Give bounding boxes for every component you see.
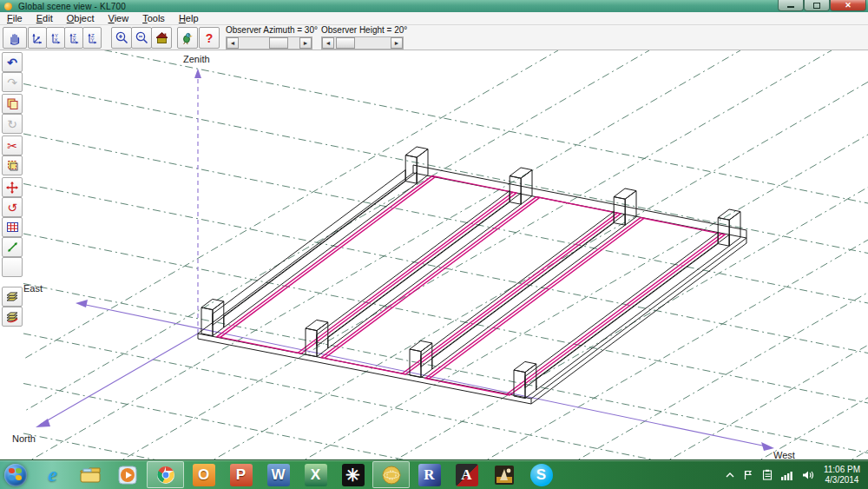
layers-button[interactable] [2, 287, 23, 307]
menu-edit[interactable]: Edit [30, 12, 60, 24]
paste-button[interactable]: ↻ [2, 114, 23, 134]
clock-time: 11:06 PM [824, 465, 860, 475]
undo-button[interactable]: ↶ [2, 52, 23, 72]
menu-tools[interactable]: Tools [135, 12, 172, 24]
grid-button[interactable] [2, 217, 23, 237]
cut-button[interactable]: ✂ [2, 135, 23, 155]
zoom-out-icon [135, 30, 149, 45]
azimuth-right-arrow[interactable]: ► [299, 37, 312, 49]
measure-button[interactable] [2, 237, 23, 257]
clipboard-icon [762, 469, 773, 480]
help-button[interactable]: ? [199, 27, 220, 49]
view-yz-button[interactable]: Z Y [82, 27, 102, 49]
layers-edit-button[interactable] [2, 307, 23, 327]
view-3d-button[interactable] [28, 27, 47, 49]
minimize-button[interactable] [778, 0, 804, 11]
taskbar: e [0, 459, 868, 489]
svg-text:X: X [55, 36, 58, 42]
rotate-button[interactable]: ↺ [2, 197, 23, 217]
menu-object[interactable]: Object [60, 12, 102, 24]
redo-icon: ↷ [7, 76, 17, 89]
axes-yz-icon: Z Y [85, 31, 99, 45]
move-button[interactable] [2, 177, 23, 197]
taskbar-icon-autocad[interactable]: A [448, 460, 485, 489]
windows-flag-yellow [16, 475, 22, 480]
azimuth-thumb[interactable] [269, 37, 288, 49]
hand-icon [7, 30, 23, 46]
menu-view[interactable]: View [102, 12, 136, 24]
taskbar-icon-internet-explorer[interactable]: e [34, 460, 71, 489]
taskbar-icon-star-app[interactable]: ✳ [334, 460, 372, 489]
height-thumb[interactable] [336, 37, 355, 49]
copy-icon [6, 97, 19, 110]
up-caret-icon [726, 472, 734, 479]
copy-button[interactable] [2, 94, 23, 114]
close-button[interactable]: ✕ [830, 0, 866, 11]
start-button[interactable] [4, 464, 27, 486]
observer-azimuth-group: Observer Azimuth = 30° ◄ ► [226, 25, 312, 50]
taskbar-icon-media-player[interactable] [108, 460, 146, 489]
pan-button[interactable] [3, 27, 27, 49]
azimuth-left-arrow[interactable]: ◄ [227, 37, 239, 49]
taskbar-icon-word[interactable]: W [260, 460, 297, 489]
taskbar-icon-outlook[interactable]: O [185, 460, 222, 489]
axes-xz-icon: Z X [67, 31, 81, 45]
move-icon [5, 181, 19, 195]
zoom-in-button[interactable] [111, 27, 132, 49]
help-icon: ? [206, 32, 214, 44]
menu-help[interactable]: Help [172, 12, 206, 24]
svg-text:X: X [73, 36, 76, 42]
taskbar-icon-gold-globe-app[interactable] [372, 461, 410, 488]
restore-button[interactable] [804, 0, 830, 11]
network-button[interactable] [781, 470, 793, 480]
signal-bars-icon [781, 470, 793, 480]
grid-icon [6, 221, 19, 234]
scene-canvas[interactable] [23, 50, 868, 461]
home-view-button[interactable] [151, 27, 172, 49]
height-left-arrow[interactable]: ◄ [322, 37, 334, 49]
scene-options-button[interactable] [177, 27, 198, 49]
scene-viewport[interactable]: Zenith East North West ↶ ↷ ↻ ✂ [0, 50, 868, 461]
taskbar-icon-revit[interactable]: R [411, 460, 448, 489]
taskbar-icon-chrome[interactable] [147, 461, 184, 488]
removable-device-button[interactable] [762, 469, 773, 480]
undo-icon: ↶ [7, 56, 17, 69]
cut-icon: ✂ [7, 140, 17, 152]
chrome-icon [155, 465, 176, 486]
azimuth-scrollbar[interactable]: ◄ ► [226, 36, 312, 50]
height-right-arrow[interactable]: ► [391, 37, 403, 49]
taskbar-icon-skype[interactable]: S [523, 460, 560, 489]
duplicate-button[interactable] [2, 155, 23, 175]
taskbar-icons: e [34, 460, 560, 489]
redo-button[interactable]: ↷ [2, 72, 23, 92]
home-icon [155, 30, 169, 45]
menu-bar: File Edit Object View Tools Help [0, 12, 868, 25]
taskbar-icon-excel[interactable]: X [297, 460, 334, 489]
taskbar-clock[interactable]: 11:06 PM 4/3/2014 [824, 465, 860, 486]
observer-azimuth-label: Observer Azimuth = 30° [226, 25, 312, 36]
volume-button[interactable] [802, 470, 814, 480]
view-xz-button[interactable]: Z X [64, 27, 83, 49]
svg-text:Y: Y [91, 36, 95, 42]
observer-height-group: Observer Height = 20° ◄ ► [321, 25, 404, 50]
system-tray: 11:06 PM 4/3/2014 [721, 460, 868, 489]
folder-icon [79, 466, 102, 485]
height-scrollbar[interactable]: ◄ ► [321, 36, 404, 50]
toolbar: Y X Z X Z Y [0, 25, 868, 50]
menu-file[interactable]: File [0, 12, 30, 24]
duplicate-icon [6, 159, 19, 172]
desktop-screen: Global scene view - KL700 ✕ File Edit Ob… [0, 0, 868, 489]
taskbar-icon-folder[interactable] [71, 460, 108, 489]
media-player-icon [117, 465, 138, 486]
blank-tool-button[interactable] [2, 257, 23, 277]
clock-date: 4/3/2014 [824, 475, 860, 486]
show-hidden-icons-button[interactable] [726, 472, 734, 479]
view-xy-button[interactable]: Y X [46, 27, 65, 49]
taskbar-icon-powerpoint[interactable]: P [222, 460, 260, 489]
action-center-button[interactable] [743, 470, 753, 480]
windows-flag-green [16, 468, 22, 473]
zoom-out-button[interactable] [131, 27, 152, 49]
layers-icon [5, 290, 20, 304]
taskbar-icon-render-app[interactable] [485, 460, 523, 489]
title-bar[interactable]: Global scene view - KL700 ✕ [0, 0, 868, 12]
